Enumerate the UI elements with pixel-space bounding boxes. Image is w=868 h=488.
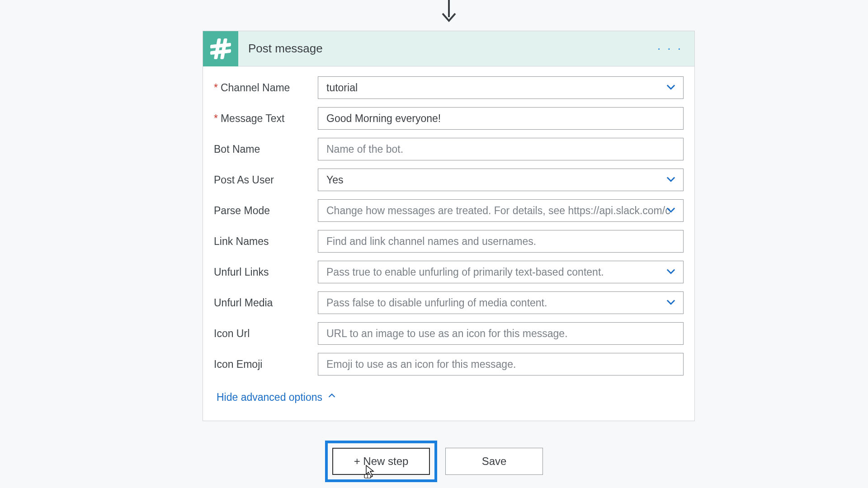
card-title: Post message (238, 42, 657, 56)
message-text-label: *Message Text (214, 113, 318, 125)
flow-arrow-down-icon (441, 0, 457, 29)
link-names-label: Link Names (214, 235, 318, 248)
channel-name-label: *Channel Name (214, 82, 318, 94)
new-step-button[interactable]: + New step (332, 448, 430, 475)
message-text-input[interactable]: Good Morning everyone! (318, 107, 684, 130)
post-message-card: Post message · · · *Channel Name tutoria… (203, 31, 695, 421)
card-body: *Channel Name tutorial *Message Text (203, 66, 694, 421)
chevron-up-icon (327, 391, 337, 404)
hide-advanced-options-link[interactable]: Hide advanced options (214, 384, 684, 417)
unfurl-links-select[interactable]: Pass true to enable unfurling of primari… (318, 261, 684, 283)
save-button[interactable]: Save (445, 448, 543, 475)
icon-url-label: Icon Url (214, 328, 318, 340)
link-names-input[interactable]: Find and link channel names and username… (318, 230, 684, 253)
icon-url-input[interactable]: URL to an image to use as an icon for th… (318, 322, 684, 345)
bot-name-label: Bot Name (214, 143, 318, 155)
parse-mode-select[interactable]: Change how messages are treated. For det… (318, 199, 684, 222)
new-step-highlight: + New step (325, 441, 437, 482)
card-menu-button[interactable]: · · · (657, 42, 694, 56)
channel-name-select[interactable]: tutorial (318, 76, 684, 99)
post-as-user-select[interactable]: Yes (318, 169, 684, 191)
slack-hash-icon (203, 31, 238, 66)
parse-mode-label: Parse Mode (214, 205, 318, 217)
icon-emoji-input[interactable]: Emoji to use as an icon for this message… (318, 353, 684, 375)
unfurl-media-select[interactable]: Pass false to disable unfurling of media… (318, 291, 684, 314)
unfurl-links-label: Unfurl Links (214, 266, 318, 278)
post-as-user-label: Post As User (214, 174, 318, 186)
unfurl-media-label: Unfurl Media (214, 297, 318, 309)
icon-emoji-label: Icon Emoji (214, 358, 318, 371)
card-header[interactable]: Post message · · · (203, 31, 694, 66)
bot-name-input[interactable]: Name of the bot. (318, 138, 684, 160)
